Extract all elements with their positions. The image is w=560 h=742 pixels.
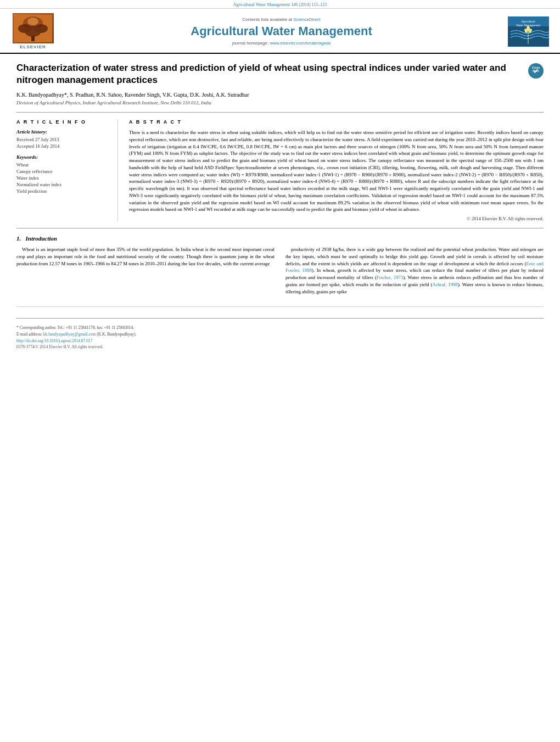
homepage-url[interactable]: www.elsevier.com/locate/agwat <box>270 41 331 46</box>
intro-left-col: Wheat is an important staple food of mor… <box>16 246 275 298</box>
history-label: Article history: <box>16 129 109 135</box>
banner-text: Agricultural Water Management 146 (2014)… <box>233 2 327 7</box>
ref-entz[interactable]: Entz and Fowler, 1988 <box>285 261 544 274</box>
keyword-1: Wheat <box>16 162 109 168</box>
journal-homepage: journal homepage: www.elsevier.com/locat… <box>66 41 497 46</box>
intro-right-text: productivity of 2938 kg/ha, there is a w… <box>285 246 544 295</box>
introduction-title: 1. Introduction <box>16 235 544 242</box>
keyword-5: Yield prediction <box>16 188 109 194</box>
authors-text: K.K. Bandyopadhyay*, S. Pradhan, R.N. Sa… <box>16 92 249 98</box>
keywords-label: Keywords: <box>16 154 109 160</box>
issn-text: 0378-3774/© 2014 Elsevier B.V. All right… <box>16 344 544 349</box>
intro-right-col: productivity of 2938 kg/ha, there is a w… <box>285 246 544 298</box>
affiliation: Division of Agricultural Physics, Indian… <box>16 100 544 105</box>
main-content: Characterization of water stress and pre… <box>0 54 560 355</box>
journal-title: Agricultural Water Management <box>66 24 497 38</box>
awm-logo: Agricultural Water Management <box>508 16 549 47</box>
abstract-header: A B S T R A C T <box>129 119 544 125</box>
svg-text:Agricultural: Agricultural <box>521 20 535 23</box>
keyword-3: Water index <box>16 175 109 181</box>
ref-ashraf[interactable]: Ashraf, 1998 <box>432 282 458 287</box>
email-label: E-mail address: <box>16 332 43 337</box>
authors: K.K. Bandyopadhyay*, S. Pradhan, R.N. Sa… <box>16 92 544 98</box>
abstract-paragraph: There is a need to characterize the wate… <box>129 129 544 213</box>
contents-line: Contents lists available at ScienceDirec… <box>66 17 497 22</box>
article-title-section: Characterization of water stress and pre… <box>16 62 544 86</box>
abstract-text: There is a need to characterize the wate… <box>129 129 544 213</box>
header-divider <box>16 112 544 113</box>
keyword-4: Normalized water index <box>16 182 109 187</box>
content-divider <box>16 228 544 228</box>
elsevier-tree-icon <box>14 15 52 42</box>
received-date: Received 27 July 2013 <box>16 137 109 142</box>
email-suffix: (K.K. Bandyopadhyay). <box>97 332 136 337</box>
article-info-header: A R T I C L E I N F O <box>16 119 109 125</box>
journal-header: ELSEVIER Contents lists available at Sci… <box>0 9 560 54</box>
two-column-layout: A R T I C L E I N F O Article history: R… <box>16 119 544 221</box>
ref-fischer[interactable]: Fischer, 1973 <box>377 275 404 280</box>
email-address[interactable]: kk.bandyopadhyay@gmail.com <box>43 332 96 337</box>
crossmark[interactable]: ✓ Cross Mark <box>528 63 544 79</box>
elsevier-label: ELSEVIER <box>20 44 46 49</box>
journal-center: Contents lists available at ScienceDirec… <box>55 17 508 46</box>
footer-divider <box>16 318 544 319</box>
svg-text:Mark: Mark <box>533 69 539 72</box>
awm-logo-icon: Agricultural Water Management <box>508 16 549 47</box>
elsevier-logo-image <box>13 13 54 43</box>
intro-left-text: Wheat is an important staple food of mor… <box>16 246 275 267</box>
article-info-col: A R T I C L E I N F O Article history: R… <box>16 119 118 221</box>
doi-link[interactable]: http://dx.doi.org/10.1016/j.agwat.2014.0… <box>16 338 544 343</box>
article-title: Characterization of water stress and pre… <box>16 62 523 86</box>
svg-point-4 <box>25 26 41 37</box>
accepted-date: Accepted 16 July 2014 <box>16 143 109 149</box>
keywords-section: Keywords: Wheat Canopy reflectance Water… <box>16 154 109 194</box>
email-line: E-mail address: kk.bandyopadhyay@gmail.c… <box>16 332 544 337</box>
svg-rect-5 <box>31 36 35 41</box>
homepage-label: journal homepage: <box>232 41 270 46</box>
svg-point-6 <box>27 18 38 25</box>
introduction-section: 1. Introduction Wheat is an important st… <box>16 235 544 298</box>
elsevier-logo: ELSEVIER <box>11 13 55 49</box>
journal-banner: Agricultural Water Management 146 (2014)… <box>0 0 560 9</box>
abstract-col: A B S T R A C T There is a need to chara… <box>129 119 544 221</box>
page-footer: * Corresponding author. Tel.: +91 11 258… <box>16 306 544 349</box>
copyright: © 2014 Elsevier B.V. All rights reserved… <box>129 216 544 221</box>
section-title-text: Introduction <box>26 235 57 242</box>
section-number: 1. <box>16 235 21 242</box>
sciencedirect-link[interactable]: ScienceDirect <box>293 17 320 22</box>
contents-text: Contents lists available at <box>242 17 293 22</box>
crossmark-icon: ✓ Cross Mark <box>528 63 544 79</box>
intro-left-paragraph: Wheat is an important staple food of mor… <box>16 246 275 267</box>
page-wrapper: Agricultural Water Management 146 (2014)… <box>0 0 560 355</box>
intro-right-paragraph: productivity of 2938 kg/ha, there is a w… <box>285 246 544 295</box>
intro-two-col: Wheat is an important staple food of mor… <box>16 246 544 298</box>
keyword-2: Canopy reflectance <box>16 169 109 174</box>
corresponding-note: * Corresponding author. Tel.: +91 11 258… <box>16 325 544 330</box>
